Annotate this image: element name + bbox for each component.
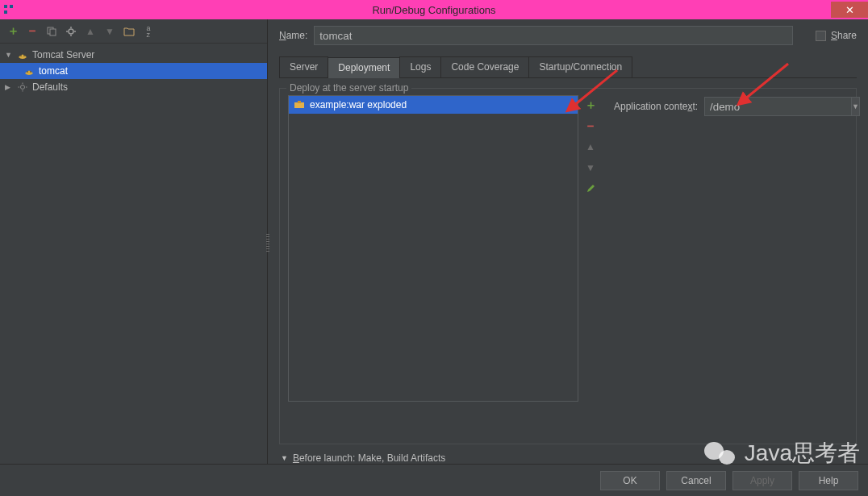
chevron-down-icon[interactable]: ▼ <box>852 97 860 116</box>
name-input[interactable] <box>314 26 793 45</box>
tomcat-icon <box>23 66 35 76</box>
svg-rect-4 <box>50 29 56 35</box>
svg-point-12 <box>27 71 28 73</box>
deploy-add-button[interactable]: ＋ <box>584 98 597 111</box>
svg-point-10 <box>20 55 22 56</box>
deploy-list[interactable]: example:war exploded <box>288 95 578 402</box>
tomcat-icon <box>16 50 29 60</box>
ok-button[interactable]: OK <box>600 471 660 490</box>
svg-rect-0 <box>4 5 7 8</box>
move-down-button[interactable]: ▼ <box>103 25 116 38</box>
deploy-down-button[interactable]: ▼ <box>584 161 597 174</box>
help-button[interactable]: Help <box>799 471 858 490</box>
artifact-icon <box>294 99 305 111</box>
deploy-item-label: example:war exploded <box>310 99 407 110</box>
tab-startup-connection[interactable]: Startup/Connection <box>528 56 632 77</box>
folder-button[interactable] <box>123 25 136 38</box>
tree-item-defaults[interactable]: ▶ Defaults <box>0 79 267 95</box>
tab-deployment[interactable]: Deployment <box>328 57 400 78</box>
svg-point-11 <box>23 55 25 56</box>
before-launch-label: Before launch: Make, Build Artifacts <box>293 452 445 464</box>
tab-code-coverage[interactable]: Code Coverage <box>440 56 529 77</box>
expand-caret-icon: ▶ <box>5 83 13 91</box>
deploy-item[interactable]: example:war exploded <box>289 96 578 114</box>
deploy-up-button[interactable]: ▲ <box>584 140 597 153</box>
splitter-handle[interactable] <box>266 234 269 252</box>
add-config-button[interactable]: ＋ <box>6 25 19 38</box>
config-tree: ▼ Tomcat Server tomcat ▶ Defaults <box>0 44 267 464</box>
deploy-edit-button[interactable] <box>584 182 597 195</box>
svg-point-14 <box>21 85 25 90</box>
tree-item-tomcat[interactable]: tomcat <box>0 63 267 79</box>
svg-point-5 <box>69 29 73 34</box>
main-panel: Name: Share Server Deployment Logs Code … <box>268 19 868 464</box>
deploy-buttons: ＋ － ▲ ▼ <box>578 95 598 436</box>
svg-point-13 <box>30 71 31 73</box>
app-context-combo[interactable]: ▼ <box>704 97 827 116</box>
apply-button[interactable]: Apply <box>732 471 792 490</box>
tree-label: tomcat <box>39 65 68 77</box>
tree-item-tomcat-server[interactable]: ▼ Tomcat Server <box>0 47 267 63</box>
title-bar: Run/Debug Configurations ✕ <box>0 0 868 19</box>
dialog-footer: OK Cancel Apply Help <box>0 464 868 496</box>
tree-label: Tomcat Server <box>32 49 94 60</box>
app-icon <box>0 1 18 19</box>
deploy-fieldset: Deploy at the server startup example:war… <box>279 88 857 444</box>
app-context-input[interactable] <box>704 97 852 116</box>
gear-icon <box>16 82 29 92</box>
svg-rect-2 <box>10 5 13 8</box>
svg-rect-19 <box>294 102 304 108</box>
sort-button[interactable]: az <box>142 25 155 38</box>
copy-config-button[interactable] <box>45 25 58 38</box>
before-launch-section[interactable]: ▼ Before launch: Make, Build Artifacts <box>279 452 857 464</box>
share-label: Share <box>831 30 857 41</box>
svg-rect-20 <box>298 101 301 103</box>
expand-caret-icon: ▼ <box>281 454 288 462</box>
cancel-button[interactable]: Cancel <box>666 471 726 490</box>
sidebar: ＋ － ▲ ▼ az ▼ Tomcat Server <box>0 19 268 464</box>
share-checkbox[interactable] <box>816 31 826 41</box>
tabs: Server Deployment Logs Code Coverage Sta… <box>279 56 857 78</box>
deploy-legend: Deploy at the server startup <box>286 82 411 94</box>
app-context-label: Application context: <box>614 101 698 112</box>
remove-config-button[interactable]: － <box>26 25 39 38</box>
sidebar-toolbar: ＋ － ▲ ▼ az <box>0 19 267 44</box>
close-button[interactable]: ✕ <box>831 2 868 18</box>
settings-button[interactable] <box>65 25 77 38</box>
svg-rect-1 <box>4 10 7 14</box>
name-label: Name: <box>279 30 307 41</box>
tree-label: Defaults <box>32 81 68 93</box>
expand-caret-icon: ▼ <box>5 51 13 59</box>
move-up-button[interactable]: ▲ <box>84 25 97 38</box>
tab-server[interactable]: Server <box>279 56 328 77</box>
deploy-remove-button[interactable]: － <box>584 119 597 132</box>
tab-logs[interactable]: Logs <box>399 56 441 77</box>
window-title: Run/Debug Configurations <box>372 4 495 16</box>
